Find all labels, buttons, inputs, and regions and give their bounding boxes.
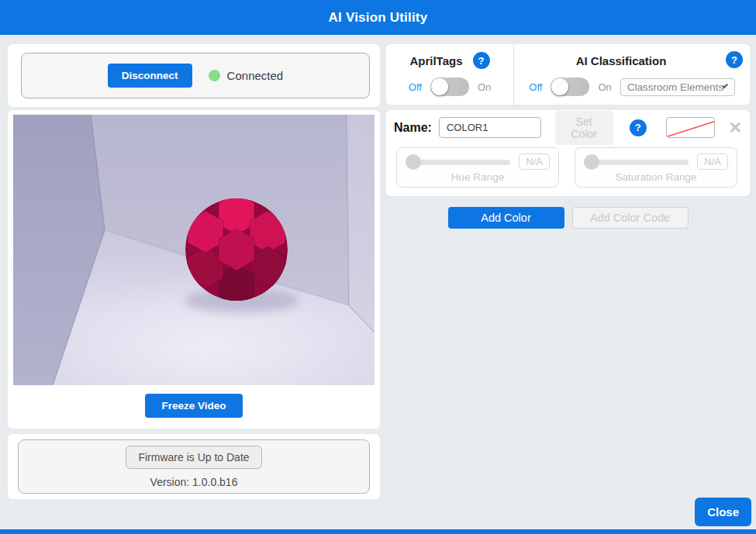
hue-range-slider[interactable] xyxy=(406,154,510,170)
main-area: Disconnect Connected xyxy=(0,35,756,529)
bottom-accent-strip xyxy=(0,529,756,534)
ai-classification-section: AI Classification ? Off On Classroom Ele… xyxy=(514,44,750,105)
set-color-button[interactable]: Set Color xyxy=(555,111,613,145)
camera-feed xyxy=(13,115,375,385)
apriltags-help-icon[interactable]: ? xyxy=(473,52,490,69)
ai-classification-on-label: On xyxy=(598,81,611,93)
firmware-card: Firmware is Up to Date Version: 1.0.0.b1… xyxy=(8,434,380,499)
color-name-input[interactable] xyxy=(439,117,541,138)
connection-status: Connected xyxy=(209,69,284,82)
apriltags-off-label: Off xyxy=(409,81,422,93)
apriltags-toggle[interactable] xyxy=(430,78,469,96)
saturation-na-badge: N/A xyxy=(697,153,728,170)
hue-slider-knob[interactable] xyxy=(406,154,421,170)
camera-feed-image xyxy=(13,115,375,385)
add-color-code-button[interactable]: Add Color Code xyxy=(572,207,689,229)
page-title: AI Vision Utility xyxy=(329,10,428,26)
add-color-button[interactable]: Add Color xyxy=(448,207,564,229)
hue-range-label: Hue Range xyxy=(406,171,550,183)
hue-range-box: N/A Hue Range xyxy=(396,147,559,188)
color-swatch[interactable] xyxy=(666,117,716,138)
color-actions-row: Add Color Add Color Code xyxy=(386,207,750,229)
hue-slider-track xyxy=(406,160,510,165)
classification-model-dropdown[interactable]: Classroom Elements xyxy=(620,78,735,96)
apriltags-on-label: On xyxy=(478,81,491,93)
apriltags-label: AprilTags xyxy=(409,54,462,67)
ai-classification-help-icon[interactable]: ? xyxy=(726,51,743,68)
ai-classification-toggle[interactable] xyxy=(551,78,589,96)
classification-model-value: Classroom Elements xyxy=(627,81,724,93)
saturation-slider-track xyxy=(584,160,689,165)
disconnect-button[interactable]: Disconnect xyxy=(108,64,192,88)
close-button[interactable]: Close xyxy=(695,498,751,526)
connection-status-label: Connected xyxy=(227,69,284,82)
no-color-cross-icon xyxy=(667,118,716,137)
saturation-range-label: Saturation Range xyxy=(584,171,728,183)
connected-status-dot xyxy=(209,70,220,81)
saturation-range-slider[interactable] xyxy=(584,154,689,170)
hue-na-badge: N/A xyxy=(519,153,550,170)
video-card: Freeze Video xyxy=(8,110,380,429)
color-name-label: Name: xyxy=(394,121,432,135)
firmware-panel: Firmware is Up to Date Version: 1.0.0.b1… xyxy=(18,439,370,494)
ai-classification-label: AI Classification xyxy=(576,54,667,67)
connection-card: Disconnect Connected xyxy=(8,44,380,107)
freeze-video-button[interactable]: Freeze Video xyxy=(145,394,242,418)
ai-classification-toggle-knob xyxy=(551,78,568,95)
firmware-version-label: Version: 1.0.0.b16 xyxy=(150,476,238,488)
apriltags-section: AprilTags ? Off On xyxy=(386,44,514,105)
title-bar: AI Vision Utility xyxy=(0,0,756,35)
firmware-status-button[interactable]: Firmware is Up to Date xyxy=(126,446,261,469)
connection-panel: Disconnect Connected xyxy=(21,53,370,98)
remove-color-icon[interactable]: ✕ xyxy=(728,119,742,136)
apriltags-toggle-knob xyxy=(431,78,448,95)
ai-classification-off-label: Off xyxy=(529,81,542,93)
color-help-icon[interactable]: ? xyxy=(630,119,647,136)
saturation-slider-knob[interactable] xyxy=(584,154,599,170)
saturation-range-box: N/A Saturation Range xyxy=(575,147,737,188)
color-config-card: Name: Set Color ? ✕ N/A Hue Ran xyxy=(386,110,750,196)
detection-settings-card: AprilTags ? Off On AI Classification ? O… xyxy=(386,44,750,105)
